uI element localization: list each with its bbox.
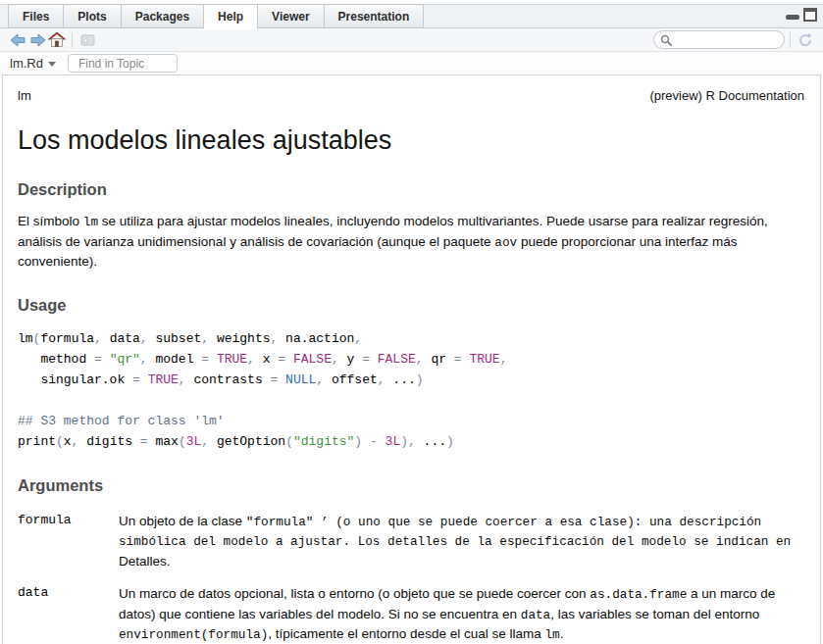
code-token: ...: [424, 434, 446, 449]
code-token: offset: [332, 372, 378, 387]
code-token: =: [270, 372, 285, 387]
code-token: "qr": [110, 352, 140, 367]
popout-icon[interactable]: [77, 31, 97, 49]
code-token: FALSE: [293, 352, 332, 367]
tab-files[interactable]: Files: [8, 4, 63, 28]
code-token: (: [285, 434, 293, 449]
forward-icon[interactable]: [27, 31, 47, 49]
code-token: =: [140, 434, 156, 449]
code-token: 3L: [186, 434, 202, 449]
text-run: , típicamente el entorno desde el cual s…: [268, 626, 544, 641]
argument-row-data: dataUn marco de datos opcional, lista o …: [18, 584, 804, 644]
topic-bar: lm.Rd: [0, 52, 823, 74]
tab-plots[interactable]: Plots: [63, 4, 120, 28]
minimize-icon[interactable]: [786, 8, 799, 22]
inline-code: aov: [494, 235, 517, 250]
toolbar-separator: [72, 32, 73, 48]
rstudio-help-pane: FilesPlotsPackagesHelpViewerPresentation: [0, 0, 823, 644]
code-token: (: [56, 434, 64, 449]
text-run: Detalles.: [119, 554, 171, 569]
code-token: =: [132, 372, 148, 387]
code-token: ,: [354, 331, 362, 346]
code-token: ,: [416, 352, 432, 367]
search-icon: [660, 34, 672, 46]
code-token: ,: [271, 331, 286, 346]
tab-viewer[interactable]: Viewer: [258, 4, 323, 28]
inline-code: as.data.frame: [590, 587, 687, 602]
doc-topic-name: lm: [18, 88, 31, 103]
code-token: ,: [201, 331, 217, 346]
code-token: NULL: [285, 372, 316, 387]
text-run: .: [560, 626, 564, 641]
code-token: lm: [18, 331, 33, 346]
code-token: ,: [247, 352, 263, 367]
code-token: ): [354, 434, 362, 449]
code-token: singular.ok: [18, 372, 132, 387]
refresh-icon[interactable]: [796, 31, 815, 49]
find-in-topic-input[interactable]: [68, 54, 178, 73]
toolbar-separator: [790, 32, 791, 48]
code-token: getOption: [217, 434, 285, 449]
pane-tab-bar: FilesPlotsPackagesHelpViewerPresentation: [0, 0, 823, 28]
code-token: y: [347, 352, 363, 367]
code-token: =: [201, 352, 217, 367]
code-token: =: [278, 352, 293, 367]
code-token: ): [416, 372, 424, 387]
code-token: method: [18, 352, 94, 367]
code-token: (: [179, 434, 186, 449]
code-token: ## S3 method for class 'lm': [18, 414, 225, 428]
code-token: digits: [86, 434, 140, 449]
chevron-down-icon: [48, 62, 56, 67]
search-input[interactable]: [672, 34, 778, 46]
code-token: ,: [408, 434, 424, 449]
code-token: =: [94, 352, 110, 367]
code-token: ,: [332, 352, 347, 367]
code-token: qr: [431, 352, 453, 367]
code-token: ,: [378, 372, 393, 387]
inline-code: environment(formula): [119, 627, 268, 642]
topic-file-label: lm.Rd: [10, 56, 43, 71]
code-token: =: [454, 352, 470, 367]
code-token: data: [110, 331, 140, 346]
tab-presentation[interactable]: Presentation: [324, 4, 425, 28]
tab-packages[interactable]: Packages: [121, 4, 203, 28]
home-icon[interactable]: [47, 31, 67, 49]
back-icon[interactable]: [8, 31, 27, 49]
maximize-icon[interactable]: [803, 8, 817, 22]
page-title: Los modelos lineales ajustables: [18, 125, 804, 156]
code-token: max: [155, 434, 178, 449]
code-token: weights: [217, 331, 271, 346]
inline-code: lm: [83, 215, 98, 229]
text-run: Un marco de datos opcional, lista o ento…: [119, 586, 590, 601]
argument-description: Un marco de datos opcional, lista o ento…: [119, 584, 804, 644]
argument-name: formula: [18, 512, 119, 571]
topic-file-dropdown[interactable]: lm.Rd: [10, 56, 56, 71]
usage-code-block: lm(formula, data, subset, weights, na.ac…: [18, 328, 804, 452]
text-run: El símbolo: [18, 214, 83, 228]
code-token: -: [362, 434, 385, 449]
inline-code: lm: [544, 627, 559, 642]
arguments-heading: Arguments: [18, 476, 804, 495]
help-content[interactable]: lm (preview) R Documentation Los modelos…: [2, 74, 821, 644]
code-token: ,: [500, 352, 508, 367]
code-token: x: [263, 352, 279, 367]
argument-row-formula: formulaUn objeto de la clase "formula" ’…: [18, 512, 804, 571]
code-token: ): [400, 434, 408, 449]
help-search-box: [653, 30, 785, 49]
doc-header: lm (preview) R Documentation: [18, 88, 804, 103]
code-token: ,: [179, 372, 194, 387]
code-token: ,: [201, 434, 217, 449]
code-token: TRUE: [148, 372, 179, 387]
text-run: , las variables se toman del entorno: [550, 607, 759, 621]
inline-code: "formula": [246, 515, 314, 529]
doc-type-label: (preview) R Documentation: [649, 88, 804, 103]
window-controls: [786, 5, 817, 25]
code-token: TRUE: [217, 352, 247, 367]
arguments-table: formulaUn objeto de la clase "formula" ’…: [18, 512, 804, 644]
code-token: ,: [140, 331, 156, 346]
code-token: ,: [72, 434, 87, 449]
description-heading: Description: [18, 180, 804, 199]
code-token: x: [64, 434, 72, 449]
tab-help[interactable]: Help: [203, 4, 258, 29]
code-token: TRUE: [469, 352, 499, 367]
